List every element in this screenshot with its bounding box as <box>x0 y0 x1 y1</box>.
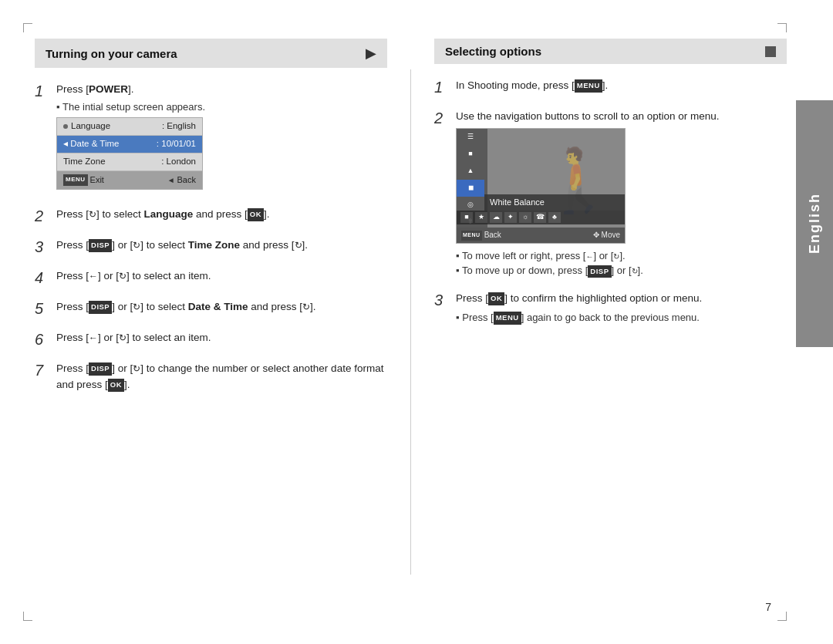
wb-back-label: Back <box>484 229 501 241</box>
wb-menu-icon: MENU <box>461 231 482 241</box>
step-7-num: 7 <box>35 361 49 379</box>
wb-bottom-icon-7: ♣ <box>548 212 561 223</box>
wb-icon-4-active: ◼ <box>457 180 484 197</box>
side-tab-label: English <box>807 193 823 254</box>
step-3-bullet: Press [MENU] again to go back to the pre… <box>456 310 787 325</box>
step-1-content: Press [POWER]. The intial setup screen a… <box>56 82 387 194</box>
left-section-title: Turning on your camera <box>46 47 177 60</box>
step-1-bullet: The intial setup screen appears. <box>56 99 387 115</box>
step-2: 2 Press [↻] to select Language and press… <box>35 207 387 225</box>
right-section-header: Selecting options <box>434 39 787 64</box>
corner-mark-br <box>777 612 787 621</box>
right-section-title: Selecting options <box>445 45 541 58</box>
wb-bottom-icon-3: ☁ <box>490 212 502 223</box>
lcd-row-language: Language : English <box>57 118 202 136</box>
wb-label: White Balance <box>484 194 625 211</box>
step-4-num: 4 <box>35 268 49 287</box>
step-6: 6 Press [←] or [↻] to select an item. <box>35 330 387 349</box>
right-step-3-content: Press [OK] to confirm the highlighted op… <box>456 291 787 325</box>
left-header-arrow: ▶ <box>366 45 376 62</box>
wb-screen: 🚶 ☰ ■ ▲ ◼ ◎ ⇧ White Balance <box>456 128 626 244</box>
wb-icon-3: ▲ <box>457 163 484 180</box>
wb-icon-1: ☰ <box>457 129 484 146</box>
lcd-back-label: Back <box>177 174 196 187</box>
right-step-2: 2 Use the navigation buttons to scroll t… <box>434 109 787 278</box>
step-5-num: 5 <box>35 299 49 318</box>
step-2-content: Press [↻] to select Language and press [… <box>56 207 387 223</box>
right-column: Selecting options 1 In Shooting mode, pr… <box>434 39 787 605</box>
wb-footer: MENU Back ✥ Move <box>457 228 625 243</box>
wb-icons-bottom: ■ ★ ☁ ✦ ☼ ☎ ♣ <box>457 211 625 224</box>
right-step-1: 1 In Shooting mode, press [MENU]. <box>434 78 787 96</box>
corner-mark-tr <box>777 23 787 32</box>
note-1: To move left or right, press [←] or [↻]. <box>456 248 787 264</box>
step-6-content: Press [←] or [↻] to select an item. <box>56 330 387 346</box>
step-3-num: 3 <box>35 238 49 256</box>
wb-bottom-icon-2: ★ <box>475 212 487 223</box>
step-4-content: Press [←] or [↻] to select an item. <box>56 268 387 285</box>
wb-footer-right: ✥ Move <box>593 229 620 241</box>
lcd-exit-label: Exit <box>90 174 104 187</box>
side-tab: English <box>796 100 833 347</box>
right-step-2-content: Use the navigation buttons to scroll to … <box>456 109 787 278</box>
wb-icon-2: ■ <box>457 146 484 163</box>
lcd-row-timezone: Time Zone : London <box>57 153 202 171</box>
corner-mark-bl <box>23 612 32 621</box>
wb-bottom-icon-5: ☼ <box>519 212 531 223</box>
right-step-3: 3 Press [OK] to confirm the highlighted … <box>434 291 787 325</box>
right-step-2-num: 2 <box>434 109 448 127</box>
lcd-screen: Language : English ◂ Date & Time : 10/01… <box>56 117 203 189</box>
step-2-notes: To move left or right, press [←] or [↻].… <box>456 248 787 278</box>
wb-bottom-icon-6: ☎ <box>534 212 546 223</box>
step-7: 7 Press [DISP] or [↻] to change the numb… <box>35 361 387 393</box>
main-content: Turning on your camera ▶ 1 Press [POWER]… <box>35 39 787 605</box>
step-5-content: Press [DISP] or [↻] to select Date & Tim… <box>56 299 387 315</box>
wb-footer-left: MENU Back <box>461 229 501 241</box>
step-7-content: Press [DISP] or [↻] to change the number… <box>56 361 387 393</box>
right-step-1-content: In Shooting mode, press [MENU]. <box>456 78 787 94</box>
column-divider <box>410 69 411 575</box>
right-step-1-num: 1 <box>434 78 448 96</box>
step-6-num: 6 <box>35 330 49 349</box>
wb-bottom-icon-1: ■ <box>460 212 473 223</box>
lcd-back-arrow: ◄ <box>167 174 175 187</box>
corner-mark-tl <box>23 23 32 32</box>
step-5: 5 Press [DISP] or [↻] to select Date & T… <box>35 299 387 318</box>
wb-bottom-icon-4: ✦ <box>504 212 517 223</box>
note-2: To move up or down, press [DISP] or [↻]. <box>456 263 787 278</box>
wb-move-icon: ✥ <box>593 229 599 241</box>
step-2-num: 2 <box>35 207 49 225</box>
step-3-content: Press [DISP] or [↻] to select Time Zone … <box>56 238 387 254</box>
step-4: 4 Press [←] or [↻] to select an item. <box>35 268 387 287</box>
step-1: 1 Press [POWER]. The intial setup screen… <box>35 82 387 194</box>
step-1-num: 1 <box>35 82 49 100</box>
left-section-header: Turning on your camera ▶ <box>35 39 387 68</box>
step-3: 3 Press [DISP] or [↻] to select Time Zon… <box>35 238 387 256</box>
lcd-row-datetime: ◂ Date & Time : 10/01/01 <box>57 136 202 153</box>
right-header-square <box>765 46 776 57</box>
wb-move-label: Move <box>602 229 620 241</box>
lcd-footer: MENU Exit ◄ Back <box>57 171 202 189</box>
lcd-menu-icon: MENU <box>63 174 88 185</box>
left-column: Turning on your camera ▶ 1 Press [POWER]… <box>35 39 387 605</box>
right-step-3-num: 3 <box>434 291 448 309</box>
